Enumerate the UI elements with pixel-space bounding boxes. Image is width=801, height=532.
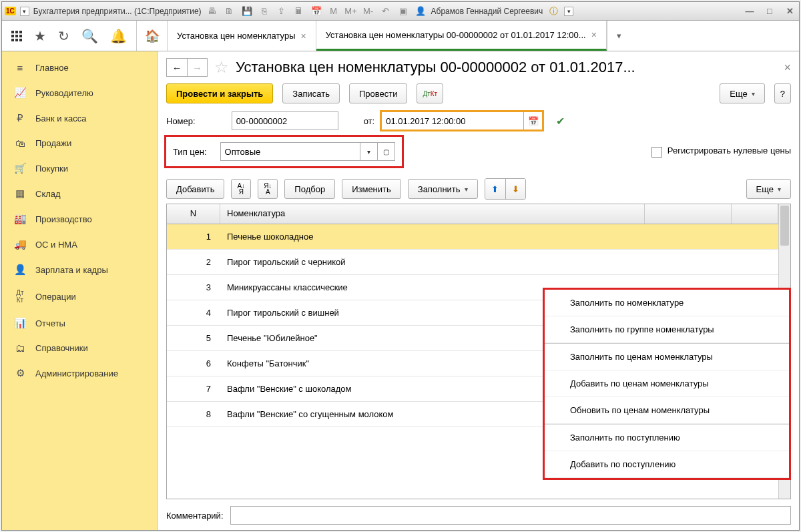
table-row[interactable]: 1Печенье шоколадное: [167, 224, 778, 250]
favorite-star-icon[interactable]: ☆: [214, 58, 229, 77]
fill-by-group[interactable]: Заполнить по группе номенклатуры: [545, 316, 789, 343]
cell-n: 3: [167, 282, 220, 292]
table-header: N Номенклатура: [167, 204, 778, 224]
sidebar-item-warehouse[interactable]: ▦Склад: [2, 181, 158, 206]
add-row-button[interactable]: Добавить: [166, 179, 224, 199]
sidebar-item-main[interactable]: ≡Главное: [2, 55, 158, 80]
comment-label: Комментарий:: [166, 511, 224, 521]
cart-icon: 🛒: [14, 162, 26, 174]
app-menu-dropdown[interactable]: ▾: [20, 7, 29, 16]
nav-back-button[interactable]: ←: [167, 59, 187, 76]
post-and-close-button[interactable]: Провести и закрыть: [166, 83, 273, 103]
sidebar-item-sales[interactable]: 🛍Продажи: [2, 131, 158, 156]
sidebar-item-manager[interactable]: 📈Руководителю: [2, 80, 158, 105]
sort-asc-button[interactable]: А↓Я: [231, 179, 251, 199]
maximize-button[interactable]: □: [763, 5, 776, 18]
print-icon[interactable]: 🖶: [206, 5, 219, 18]
status-ok-icon: ✔: [556, 115, 565, 127]
move-rows-group: ⬆ ⬇: [485, 178, 526, 200]
preview-icon[interactable]: 🗎: [223, 5, 236, 18]
pricetype-field[interactable]: Оптовые: [220, 142, 360, 161]
number-label: Номер:: [166, 116, 196, 126]
help-button[interactable]: ?: [774, 83, 791, 103]
fill-by-item[interactable]: Заполнить по номенклатуре: [545, 290, 789, 316]
tab-close-icon[interactable]: ×: [591, 29, 597, 40]
window-list-icon[interactable]: ▣: [396, 5, 410, 18]
memory-mminus-icon[interactable]: M-: [362, 5, 375, 18]
fill-by-receipt[interactable]: Заполнить по поступлению: [545, 424, 789, 451]
user-icon[interactable]: 👤: [414, 5, 427, 18]
history-icon[interactable]: ↻: [58, 28, 69, 44]
export-icon[interactable]: ⇪: [275, 5, 288, 18]
sidebar-item-assets[interactable]: 🚚ОС и НМА: [2, 232, 158, 257]
table-more-button[interactable]: Еще▾: [746, 179, 791, 199]
pricetype-open-icon[interactable]: ▢: [378, 142, 395, 161]
close-window-button[interactable]: ✕: [783, 5, 796, 18]
table-row[interactable]: 2Пирог тирольский с черникой: [167, 250, 778, 275]
logo-1c-icon: 1C: [5, 7, 16, 15]
app-title: Бухгалтерия предприяти... (1С:Предприяти…: [33, 7, 202, 16]
fill-button[interactable]: Заполнить▾: [408, 179, 478, 199]
register-zero-label: Регистрировать нулевые цены: [668, 146, 791, 156]
add-by-receipt[interactable]: Добавить по поступлению: [545, 451, 789, 478]
info-icon[interactable]: ⓘ: [547, 5, 560, 18]
factory-icon: 🏭: [14, 213, 26, 225]
post-button[interactable]: Провести: [349, 83, 408, 103]
more-actions-button[interactable]: Еще▾: [720, 83, 764, 103]
sidebar-item-hr[interactable]: 👤Зарплата и кадры: [2, 257, 158, 282]
move-down-button[interactable]: ⬇: [505, 179, 525, 199]
fill-by-prices[interactable]: Заполнить по ценам номенклатуры: [545, 343, 789, 370]
sections-grid-icon[interactable]: [11, 31, 22, 41]
sidebar-item-admin[interactable]: ⚙Администрирование: [2, 360, 158, 386]
date-field[interactable]: 01.01.2017 12:00:00: [381, 111, 524, 130]
update-by-prices[interactable]: Обновить по ценам номенклатуры: [545, 397, 789, 424]
sidebar-item-bank[interactable]: ₽Банк и касса: [2, 105, 158, 131]
sidebar-item-purchases[interactable]: 🛒Покупки: [2, 156, 158, 181]
minimize-button[interactable]: —: [743, 5, 756, 18]
form-close-button[interactable]: ×: [784, 61, 791, 75]
sidebar-item-operations[interactable]: ДтКтОперации: [2, 282, 158, 310]
pick-button[interactable]: Подбор: [284, 179, 335, 199]
move-up-button[interactable]: ⬆: [485, 179, 505, 199]
add-by-prices[interactable]: Добавить по ценам номенклатуры: [545, 370, 789, 397]
nav-forward-button[interactable]: →: [187, 59, 207, 76]
calendar-icon[interactable]: 📅: [310, 5, 323, 18]
tab-doc-current[interactable]: Установка цен номенклатуры 00-00000002 о…: [316, 21, 607, 51]
number-field[interactable]: 00-00000002: [232, 111, 338, 130]
notifications-icon[interactable]: 🔔: [110, 28, 127, 44]
back-icon[interactable]: ↶: [379, 5, 392, 18]
list-icon: ≡: [14, 62, 26, 73]
register-zero-checkbox[interactable]: [651, 147, 662, 158]
cell-n: 7: [167, 384, 220, 394]
sort-desc-button[interactable]: Я↓А: [258, 179, 278, 199]
pricetype-combo: Оптовые ▾ ▢: [220, 142, 395, 161]
col-header-price[interactable]: [645, 204, 732, 224]
compare-icon[interactable]: ⎘: [258, 5, 271, 18]
tabs-overflow-icon[interactable]: ▾: [607, 21, 631, 51]
sidebar-item-reports[interactable]: 📊Отчеты: [2, 310, 158, 336]
calendar-picker-icon[interactable]: 📅: [524, 111, 543, 130]
search-icon[interactable]: 🔍: [81, 28, 98, 44]
memory-m-icon[interactable]: M: [327, 5, 340, 18]
ruble-icon: ₽: [14, 112, 26, 124]
col-header-n[interactable]: N: [167, 204, 220, 224]
tab-doc-new[interactable]: Установка цен номенклатуры ×: [168, 21, 316, 51]
truck-icon: 🚚: [14, 238, 26, 250]
save-button[interactable]: Записать: [282, 83, 340, 103]
change-button[interactable]: Изменить: [342, 179, 401, 199]
col-header-name[interactable]: Номенклатура: [220, 204, 645, 224]
save-icon[interactable]: 💾: [240, 5, 254, 18]
document-title: Установка цен номенклатуры 00-00000002 о…: [236, 59, 777, 76]
sidebar-item-production[interactable]: 🏭Производство: [2, 206, 158, 232]
favorites-icon[interactable]: ★: [34, 28, 46, 44]
calculator-icon[interactable]: 🖩: [292, 5, 306, 18]
info-dropdown[interactable]: ▾: [564, 7, 573, 16]
col-header-currency[interactable]: [732, 204, 778, 224]
comment-field[interactable]: [230, 506, 792, 525]
tab-close-icon[interactable]: ×: [301, 31, 306, 41]
memory-mplus-icon[interactable]: M+: [344, 5, 358, 18]
dtkt-button[interactable]: ДтКт: [417, 83, 443, 103]
home-button[interactable]: 🏠: [137, 21, 168, 51]
pricetype-dropdown-icon[interactable]: ▾: [360, 142, 378, 161]
sidebar-item-catalogs[interactable]: 🗂Справочники: [2, 336, 158, 360]
